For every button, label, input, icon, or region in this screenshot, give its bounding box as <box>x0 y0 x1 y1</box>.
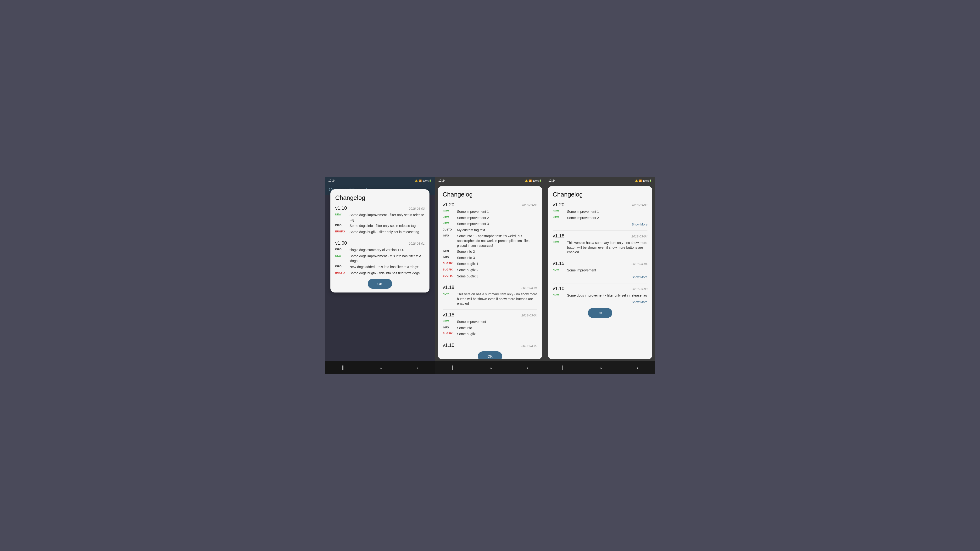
changelog-item: NEW Some dogs improvement - filter only … <box>335 213 425 222</box>
version-header-v110: v1.10 2018-03-03 <box>335 205 425 211</box>
changelog-item: NEW This version has a summary item only… <box>553 240 648 255</box>
changelog-item: INFO New dogs added - this info has filt… <box>335 265 425 269</box>
item-text: Some bugfix <box>457 332 538 336</box>
item-text: Some improvement <box>457 320 538 324</box>
item-text: Some info 1 - apostrophe test: it's weir… <box>457 234 538 248</box>
version-date: 2018-03-04 <box>522 286 538 290</box>
item-text: This version has a summary item only - n… <box>567 240 648 255</box>
dialog-title-3: Changelog <box>553 191 648 198</box>
ok-button-row-3: OK <box>553 308 648 318</box>
show-more-button-p3-v120[interactable]: Show More <box>553 221 648 227</box>
tag-bugfix: BUGFIX <box>335 271 347 276</box>
ok-button-3[interactable]: OK <box>588 308 612 318</box>
home-nav-icon[interactable]: ○ <box>490 365 492 370</box>
divider <box>553 283 648 283</box>
tag-new: NEW <box>442 221 455 226</box>
version-header: v1.18 2018-03-04 <box>553 233 648 239</box>
changelog-item: NEW Some dogs improvement - filter only … <box>553 293 648 298</box>
changelog-item: BUGFIX Some bugfix 2 <box>442 268 538 272</box>
ok-button-row-2: OK <box>442 351 538 359</box>
divider <box>442 282 538 282</box>
tag-bugfix: BUGFIX <box>442 274 455 279</box>
version-date: 2018-03-04 <box>522 204 538 207</box>
version-header: v1.20 2018-03-04 <box>442 202 538 207</box>
item-text: Some dogs bugfix - this info has filter … <box>350 271 425 276</box>
item-text: single dogs summary of version 1.00 <box>350 248 425 253</box>
divider <box>553 258 648 258</box>
item-text: Some dogs info - filter only set in rele… <box>350 224 425 228</box>
tag-new: NEW <box>553 216 565 220</box>
ok-button-1[interactable]: OK <box>368 279 392 289</box>
wifi-icon: 📶 <box>639 180 642 182</box>
tag-info: INFO <box>442 249 455 254</box>
status-icons-2: 🔔 📶 100%🔋 <box>525 180 542 182</box>
changelog-item: INFO Some info <box>442 326 538 331</box>
version-number: v1.00 <box>335 240 347 246</box>
changelog-item: NEW Some improvement 1 <box>553 209 648 214</box>
home-nav-icon[interactable]: ○ <box>600 365 603 370</box>
item-text: Some bugfix 2 <box>457 268 538 272</box>
phone-2: 12:24 🔔 📶 100%🔋 Changelog v1.20 2018-03-… <box>435 177 545 374</box>
wifi-icon: 📶 <box>529 180 531 182</box>
tag-bugfix: BUGFIX <box>442 262 455 266</box>
menu-nav-icon[interactable]: ||| <box>562 365 566 370</box>
divider <box>442 309 538 310</box>
back-nav-icon[interactable]: ‹ <box>636 365 638 370</box>
notification-icon: 🔔 <box>635 180 638 182</box>
version-section-p2-v115: v1.15 2018-03-04 NEW Some improvement IN… <box>442 312 538 336</box>
version-header: v1.15 2018-03-04 <box>442 312 538 318</box>
changelog-item: BUGFIX Some bugfix 3 <box>442 274 538 279</box>
tag-info: INFO <box>335 224 347 228</box>
item-text: Some info 3 <box>457 256 538 260</box>
ok-button-2[interactable]: OK <box>478 351 502 359</box>
divider <box>442 340 538 340</box>
tag-new: NEW <box>553 209 565 214</box>
status-bar-3: 12:24 🔔 📶 100%🔋 <box>545 177 655 184</box>
tag-bugfix: BUGFIX <box>442 332 455 336</box>
version-section-v110: v1.10 2018-03-03 NEW Some dogs improveme… <box>335 205 425 234</box>
version-number: v1.18 <box>442 285 454 290</box>
status-time-2: 12:24 <box>438 179 445 182</box>
item-text: Some dogs improvement - filter only set … <box>350 213 425 222</box>
version-date: 2018-03-03 <box>632 287 648 291</box>
changelog-item: CUSTO My custom tag text... <box>442 228 538 233</box>
version-section-v100: v1.00 2018-03-01 INFO single dogs summar… <box>335 240 425 276</box>
changelog-item: BUGFIX Some dogs bugfix - this info has … <box>335 271 425 276</box>
tag-new: NEW <box>442 216 455 220</box>
menu-nav-icon[interactable]: ||| <box>452 365 456 370</box>
item-text: My custom tag text... <box>457 228 538 233</box>
changelog-dialog-2: Changelog v1.20 2018-03-04 NEW Some impr… <box>438 186 542 359</box>
item-text: Some info 2 <box>457 249 538 254</box>
version-number: v1.15 <box>553 261 565 266</box>
version-header-v100: v1.00 2018-03-01 <box>335 240 425 246</box>
changelog-item: NEW Some improvement 2 <box>442 216 538 220</box>
tag-new: NEW <box>335 254 347 263</box>
show-more-button-p3-v110[interactable]: Show More <box>553 299 648 305</box>
version-header: v1.15 2018-03-04 <box>553 261 648 266</box>
dialog-title-1: Changelog <box>335 194 425 202</box>
item-text: This version has a summary item only - n… <box>457 292 538 306</box>
changelog-item: INFO single dogs summary of version 1.00 <box>335 248 425 253</box>
changelog-item: NEW Some improvement 2 <box>553 216 648 220</box>
tag-info: INFO <box>335 248 347 253</box>
back-nav-icon[interactable]: ‹ <box>527 365 528 370</box>
phone-1: 12:24 🔔 📶 100%🔋 ComposeChangelog ● showC… <box>325 177 435 374</box>
item-text: Some improvement 2 <box>567 216 648 220</box>
version-section-p2-v118: v1.18 2018-03-04 NEW This version has a … <box>442 285 538 306</box>
ok-button-row: OK <box>335 279 425 289</box>
version-header: v1.10 2018-03-03 <box>553 286 648 291</box>
tag-bugfix: BUGFIX <box>442 268 455 272</box>
battery-icon: 100%🔋 <box>643 180 652 182</box>
version-date: 2018-03-04 <box>632 204 648 207</box>
tag-bugfix: BUGFIX <box>335 230 347 234</box>
show-more-button-p3-v115[interactable]: Show More <box>553 274 648 280</box>
tag-new: NEW <box>553 268 565 273</box>
version-section-p2-v110: v1.10 2018-03-03 <box>442 342 538 348</box>
version-date: 2018-03-04 <box>632 262 648 266</box>
tag-info: INFO <box>442 234 455 248</box>
tag-new: NEW <box>553 240 565 255</box>
version-number: v1.18 <box>553 233 565 239</box>
changelog-item: INFO Some info 1 - apostrophe test: it's… <box>442 234 538 248</box>
phone-3: 12:24 🔔 📶 100%🔋 Changelog v1.20 2018-03-… <box>545 177 655 374</box>
changelog-item: BUGFIX Some bugfix <box>442 332 538 336</box>
